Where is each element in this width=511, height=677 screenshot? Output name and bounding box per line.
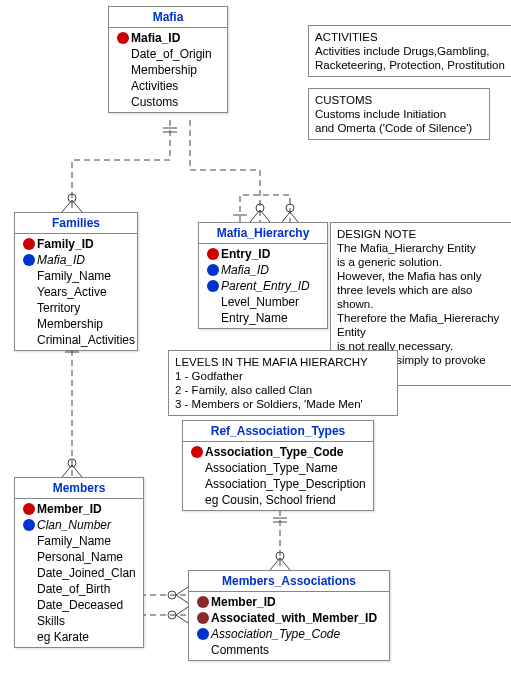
entity-title: Mafia_Hierarchy: [199, 223, 327, 244]
note-line: three levels which are also shown.: [337, 283, 511, 311]
attr-name: Level_Number: [221, 294, 299, 310]
attr-name: eg Cousin, School friend: [205, 492, 336, 508]
attr-row: Association_Type_Name: [183, 460, 373, 476]
attr-row: Membership: [15, 316, 137, 332]
pk-icon: [191, 446, 203, 458]
attr-row: Date_of_Origin: [109, 46, 227, 62]
attr-row: Mafia_ID: [15, 252, 137, 268]
attr-row: Association_Type_Code: [183, 444, 373, 460]
svg-point-4: [286, 204, 294, 212]
svg-point-3: [256, 204, 264, 212]
attr-row: Clan_Number: [15, 517, 143, 533]
attr-row: Activities: [109, 78, 227, 94]
pf-icon: [197, 596, 209, 608]
attr-row: Date_Deceased: [15, 597, 143, 613]
attr-name: Family_ID: [37, 236, 94, 252]
entity-mafia: Mafia Mafia_ID Date_of_Origin Membership…: [108, 6, 228, 113]
note-line: Customs include Initiation: [315, 107, 483, 121]
attr-name: Mafia_ID: [221, 262, 269, 278]
svg-point-15: [168, 611, 176, 619]
attr-row: Territory: [15, 300, 137, 316]
attr-name: Member_ID: [37, 501, 102, 517]
attr-row: Mafia_ID: [109, 30, 227, 46]
note-title: ACTIVITIES: [315, 30, 507, 44]
note-line: is a generic solution.: [337, 255, 511, 269]
note-line: However, the Mafia has only: [337, 269, 511, 283]
entity-body: Member_ID Clan_Number Family_Name Person…: [15, 499, 143, 647]
entity-body: Mafia_ID Date_of_Origin Membership Activ…: [109, 28, 227, 112]
attr-name: Activities: [131, 78, 178, 94]
attr-row: Mafia_ID: [199, 262, 327, 278]
entity-body: Entry_ID Mafia_ID Parent_Entry_ID Level_…: [199, 244, 327, 328]
pk-icon: [207, 248, 219, 260]
attr-name: Personal_Name: [37, 549, 123, 565]
pk-icon: [23, 238, 35, 250]
attr-row: Comments: [189, 642, 389, 658]
attr-row: Member_ID: [189, 594, 389, 610]
attr-row: Member_ID: [15, 501, 143, 517]
entity-title: Mafia: [109, 7, 227, 28]
fk-icon: [197, 628, 209, 640]
entity-members-associations: Members_Associations Member_ID Associate…: [188, 570, 390, 661]
note-line: 3 - Members or Soldiers, 'Made Men': [175, 397, 391, 411]
note-activities: ACTIVITIES Activities include Drugs,Gamb…: [308, 25, 511, 77]
fk-icon: [23, 519, 35, 531]
entity-body: Family_ID Mafia_ID Family_Name Years_Act…: [15, 234, 137, 350]
attr-name: Entry_Name: [221, 310, 288, 326]
entity-title: Ref_Association_Types: [183, 421, 373, 442]
attr-row: Date_of_Birth: [15, 581, 143, 597]
attr-row: eg Karate: [15, 629, 143, 645]
note-line: Therefore the Mafia_Hiererachy Entity: [337, 311, 511, 339]
entity-members: Members Member_ID Clan_Number Family_Nam…: [14, 477, 144, 648]
pk-icon: [117, 32, 129, 44]
attr-row: Skills: [15, 613, 143, 629]
attr-name: Criminal_Activities: [37, 332, 135, 348]
entity-ref-association-types: Ref_Association_Types Association_Type_C…: [182, 420, 374, 511]
note-title: LEVELS IN THE MAFIA HIERARCHY: [175, 355, 391, 369]
attr-row: Association_Type_Code: [189, 626, 389, 642]
attr-row: Association_Type_Description: [183, 476, 373, 492]
attr-row: Level_Number: [199, 294, 327, 310]
fk-icon: [23, 254, 35, 266]
attr-row: Years_Active: [15, 284, 137, 300]
note-line: The Mafia_Hierarchy Entity: [337, 241, 511, 255]
attr-name: Date_of_Birth: [37, 581, 110, 597]
svg-point-6: [68, 459, 76, 467]
note-title: CUSTOMS: [315, 93, 483, 107]
attr-row: Parent_Entry_ID: [199, 278, 327, 294]
attr-name: Family_Name: [37, 533, 111, 549]
note-customs: CUSTOMS Customs include Initiation and O…: [308, 88, 490, 140]
entity-title: Members: [15, 478, 143, 499]
entity-body: Member_ID Associated_with_Member_ID Asso…: [189, 592, 389, 660]
attr-row: Associated_with_Member_ID: [189, 610, 389, 626]
entity-title: Families: [15, 213, 137, 234]
pk-icon: [23, 503, 35, 515]
attr-name: Date_Joined_Clan: [37, 565, 136, 581]
attr-row: Criminal_Activities: [15, 332, 137, 348]
attr-name: Date_of_Origin: [131, 46, 212, 62]
attr-row: Entry_Name: [199, 310, 327, 326]
fk-icon: [207, 264, 219, 276]
attr-row: Membership: [109, 62, 227, 78]
attr-row: Family_ID: [15, 236, 137, 252]
attr-name: Mafia_ID: [37, 252, 85, 268]
attr-row: Date_Joined_Clan: [15, 565, 143, 581]
note-line: 1 - Godfather: [175, 369, 391, 383]
attr-name: Skills: [37, 613, 65, 629]
entity-title: Members_Associations: [189, 571, 389, 592]
attr-row: Personal_Name: [15, 549, 143, 565]
note-title: DESIGN NOTE: [337, 227, 511, 241]
attr-row: Entry_ID: [199, 246, 327, 262]
note-line: Racketeering, Protection, Prostitution: [315, 58, 507, 72]
attr-name: Membership: [131, 62, 197, 78]
note-line: Activities include Drugs,Gambling,: [315, 44, 507, 58]
attr-name: Parent_Entry_ID: [221, 278, 310, 294]
attr-name: Mafia_ID: [131, 30, 180, 46]
attr-name: Association_Type_Description: [205, 476, 366, 492]
svg-point-0: [68, 194, 76, 202]
attr-name: Member_ID: [211, 594, 276, 610]
attr-name: Territory: [37, 300, 80, 316]
svg-point-12: [168, 591, 176, 599]
attr-row: Family_Name: [15, 268, 137, 284]
attr-name: Association_Type_Code: [205, 444, 343, 460]
